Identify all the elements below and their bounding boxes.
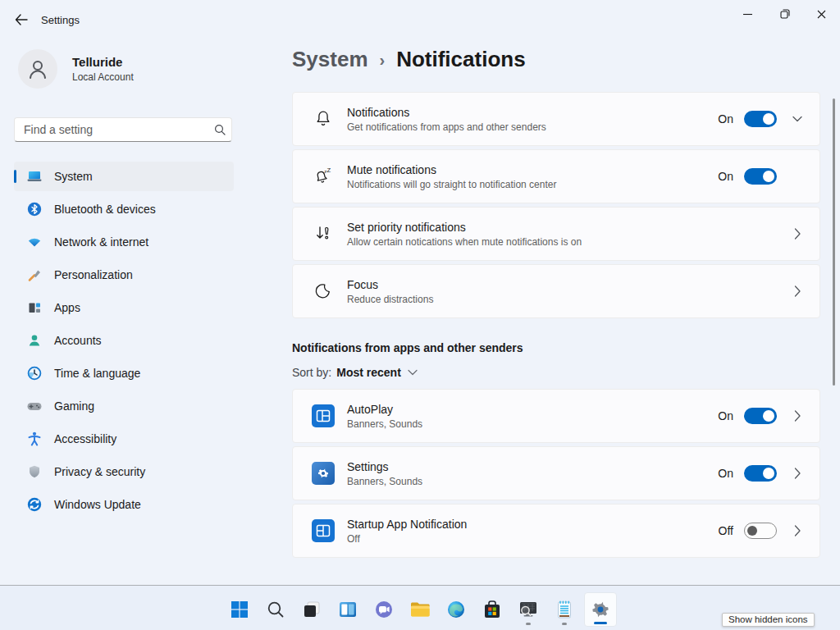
search-icon [267,600,285,619]
bell-icon [313,109,334,129]
settings-gear-icon [590,599,611,620]
running-indicator [526,623,531,625]
chat-button[interactable] [368,592,400,627]
start-icon [230,600,249,619]
app-row-startup-app-notification[interactable]: Startup App Notification Off Off [292,504,820,558]
active-indicator [594,622,607,624]
settings-app-toggle[interactable] [744,465,777,482]
avatar [18,49,57,89]
task-view-icon [302,600,322,619]
search-box[interactable] [14,117,232,142]
sidebar-item-accessibility[interactable]: Accessibility [14,424,234,454]
app-notifications-list: AutoPlay Banners, Sounds On Sett [292,389,820,558]
sidebar-item-label: Privacy & security [54,465,145,478]
sidebar-item-label: Time & language [54,367,140,380]
settings-taskbar-button[interactable] [584,592,617,627]
sidebar: Telluride Local Account System [0,39,246,585]
back-arrow-icon [15,14,28,25]
chevron-down-icon[interactable] [788,116,806,122]
sidebar-item-label: Network & internet [54,235,148,249]
card-focus[interactable]: Focus Reduce distractions [292,264,820,318]
sidebar-item-privacy-security[interactable]: Privacy & security [14,457,234,486]
sidebar-item-bluetooth-devices[interactable]: Bluetooth & devices [14,194,234,224]
network-icon [26,234,43,250]
time-language-icon [26,365,43,381]
chevron-right-icon [788,525,806,536]
file-explorer-button[interactable] [404,592,436,627]
selection-indicator [14,170,16,183]
system-tool-button[interactable] [512,592,545,627]
app-subtitle: Banners, Sounds [347,418,422,430]
sidebar-item-label: Accessibility [54,432,116,445]
microsoft-store-button[interactable] [476,592,509,627]
task-view-button[interactable] [295,592,328,627]
card-notifications[interactable]: Notifications Get notifications from app… [292,92,820,146]
widgets-button[interactable] [331,592,364,627]
sidebar-item-gaming[interactable]: Gaming [14,391,234,421]
sidebar-item-network-internet[interactable]: Network & internet [14,227,234,257]
sidebar-item-apps[interactable]: Apps [14,293,234,322]
window-title: Settings [41,14,80,26]
system-tool-icon [518,600,539,619]
card-set-priority-notifications[interactable]: Set priority notifications Allow certain… [292,207,820,261]
sidebar-item-label: Apps [54,301,80,314]
minimize-button[interactable] [729,0,766,28]
sidebar-item-label: System [54,170,93,183]
microsoft-store-icon [482,600,502,619]
page-title: Notifications [396,47,525,72]
running-indicator [562,623,567,625]
app-row-autoplay[interactable]: AutoPlay Banners, Sounds On [292,389,820,443]
taskbar-buttons [223,592,617,627]
edge-icon [446,600,466,619]
scrollbar-thumb[interactable] [833,98,835,386]
toggle-state-label: On [718,170,733,183]
windows-update-icon [26,496,43,513]
sidebar-item-time-language[interactable]: Time & language [14,358,234,388]
app-subtitle: Banners, Sounds [347,476,422,487]
startup-app-toggle[interactable] [744,523,777,539]
accounts-icon [26,332,43,349]
titlebar: Settings [0,0,840,39]
taskbar-search-button[interactable] [259,592,292,627]
app-subtitle: Off [347,533,467,545]
chat-icon [374,600,394,619]
mute-notifications-toggle[interactable] [744,168,777,185]
privacy-security-icon [26,463,43,480]
autoplay-toggle[interactable] [744,408,777,424]
apps-icon [26,299,43,316]
restore-button[interactable] [766,0,803,28]
card-subtitle: Reduce distractions [347,294,433,305]
priority-notifications-icon [313,224,334,244]
edge-button[interactable] [440,592,472,627]
gaming-icon [26,398,43,414]
toggle-state-label: On [718,467,733,480]
autoplay-app-icon [312,404,335,427]
sidebar-item-accounts[interactable]: Accounts [14,326,234,355]
sort-by-dropdown[interactable]: Sort by: Most recent [292,366,820,379]
card-mute-notifications[interactable]: zZ Mute notifications Notifications will… [292,149,820,203]
breadcrumb-parent[interactable]: System [292,47,368,72]
card-subtitle: Allow certain notications when mute noti… [347,236,582,248]
search-input[interactable] [15,123,208,136]
back-button[interactable] [10,10,33,30]
start-button[interactable] [223,592,256,627]
system-icon [26,168,43,185]
close-button[interactable] [803,0,840,28]
profile-name: Telluride [72,55,134,69]
accessibility-icon [26,431,43,447]
toggle-state-label: Off [719,524,733,537]
person-icon [25,57,50,81]
bell-snooze-icon: zZ [313,167,334,186]
card-title: Focus [347,278,433,291]
sidebar-item-windows-update[interactable]: Windows Update [14,490,234,519]
section-heading: Notifications from apps and other sender… [292,341,820,354]
user-profile[interactable]: Telluride Local Account [18,49,134,89]
main-content: Notifications Get notifications from app… [292,92,820,561]
app-title: Settings [347,460,422,473]
notifications-toggle[interactable] [744,111,777,127]
sidebar-item-system[interactable]: System [14,162,234,191]
sidebar-item-personalization[interactable]: Personalization [14,260,234,290]
notepad-icon [555,600,573,619]
app-row-settings[interactable]: Settings Banners, Sounds On [292,446,820,500]
notepad-button[interactable] [548,592,581,627]
